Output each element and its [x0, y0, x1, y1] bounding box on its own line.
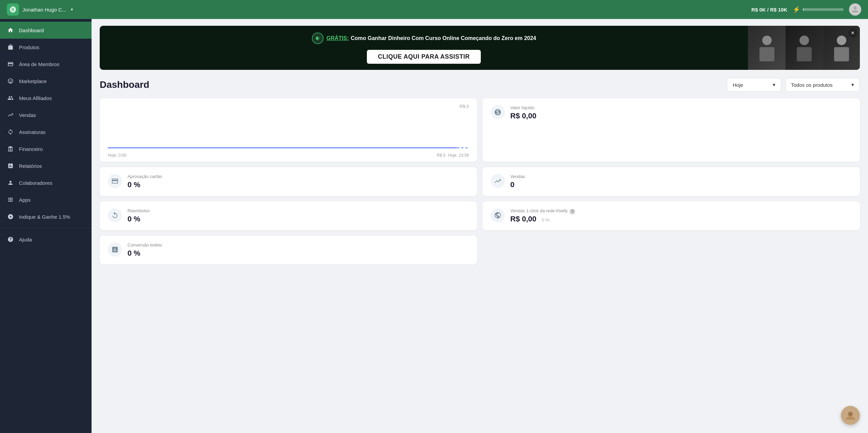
apps-icon: [7, 196, 14, 203]
sidebar-item-area-membros[interactable]: Área de Membros: [0, 56, 92, 73]
sidebar-item-produtos[interactable]: Produtos: [0, 39, 92, 56]
product-filter-chevron-icon: ▾: [851, 82, 854, 88]
sidebar-label-marketplace: Marketplace: [19, 78, 47, 84]
topbar-right: R$ 0K / R$ 10K ⚡: [751, 3, 861, 16]
chart-svg: [108, 122, 469, 150]
metric-card-aprovacao: Aprovação cartão 0 %: [100, 167, 477, 196]
reembolso-label: Reembolso: [127, 208, 150, 213]
person-1: [748, 26, 785, 70]
sidebar-item-ajuda[interactable]: Ajuda: [0, 231, 92, 248]
banner-gratis: GRÁTIS:: [327, 35, 349, 41]
main-content: GRÁTIS: Como Ganhar Dinheiro Com Curso O…: [92, 19, 868, 433]
topbar-left: Jonathan Hugo C... ▾: [7, 3, 73, 16]
sidebar-label-colaboradores: Colaboradores: [19, 180, 52, 186]
chart-time-end: Hoje, 23:59: [448, 153, 469, 158]
chart-bottom-value: R$ 0: [437, 153, 445, 158]
progress-container: ⚡: [793, 6, 844, 13]
conversao-boleto-label: Conversão boleto: [127, 242, 162, 248]
date-filter-label: Hoje: [733, 82, 743, 88]
vendas-metric-icon-wrap: [491, 174, 505, 188]
financeiro-icon: [7, 145, 14, 153]
sidebar-item-indique[interactable]: Indique & Ganhe 1.5%: [0, 208, 92, 225]
svg-point-5: [837, 36, 846, 45]
sidebar-item-relatorios[interactable]: Relatórios: [0, 157, 92, 174]
vendas-1click-label: Vendas 1-click da rede Kiwify: [510, 208, 568, 213]
bolt-icon: ⚡: [793, 6, 800, 13]
sidebar-label-assinaturas: Assinaturas: [19, 129, 45, 135]
username-chevron-icon[interactable]: ▾: [71, 7, 73, 12]
reembolso-icon-wrap: [108, 208, 122, 222]
sidebar-label-financeiro: Financeiro: [19, 146, 43, 152]
metrics-grid: R$ 0 Hoje, 0:00 R$ 0 Hoje, 23:59: [100, 98, 860, 264]
reembolso-value: 0 %: [127, 215, 150, 223]
vendas-icon: [7, 111, 14, 119]
sidebar-item-assinaturas[interactable]: Assinaturas: [0, 123, 92, 140]
vendas-1click-content: Vendas 1-click da rede Kiwify ? R$ 0,00 …: [510, 208, 575, 223]
date-filter-select[interactable]: Hoje ▾: [727, 78, 781, 92]
vendas-1click-value: R$ 0,00: [510, 215, 536, 223]
progress-bar: [803, 8, 844, 11]
product-filter-select[interactable]: Todos os produtos ▾: [785, 78, 860, 92]
sidebar-label-vendas: Vendas: [19, 112, 36, 118]
conversao-boleto-value: 0 %: [127, 249, 162, 258]
filter-row: Hoje ▾ Todos os produtos ▾: [727, 78, 860, 92]
topbar-avatar[interactable]: [849, 3, 861, 16]
sidebar-label-ajuda: Ajuda: [19, 237, 32, 242]
sidebar-label-relatorios: Relatórios: [19, 163, 42, 169]
produtos-icon: [7, 43, 14, 51]
aprovacao-value: 0 %: [127, 180, 162, 189]
topbar: Jonathan Hugo C... ▾ R$ 0K / R$ 10K ⚡: [0, 0, 868, 19]
person-2: [785, 26, 823, 70]
chart-area: [108, 122, 469, 150]
banner-title-inline: Como Ganhar Dinheiro Com Curso Online Co…: [351, 35, 536, 41]
banner-close-button[interactable]: ✕: [848, 28, 857, 37]
valor-liquido-label: Valor líquido: [510, 105, 536, 110]
sidebar-item-dashboard[interactable]: Dashboard: [0, 22, 92, 39]
sidebar-item-colaboradores[interactable]: Colaboradores: [0, 174, 92, 191]
sidebar-item-apps[interactable]: Apps: [0, 191, 92, 208]
sidebar-label-meus-afiliados: Meus Afiliados: [19, 95, 52, 101]
sidebar-item-vendas[interactable]: Vendas: [0, 106, 92, 123]
valor-liquido-value: R$ 0,00: [510, 112, 536, 120]
metric-card-reembolso: Reembolso 0 %: [100, 201, 477, 230]
svg-point-3: [800, 36, 809, 45]
sidebar-label-dashboard: Dashboard: [19, 27, 44, 33]
chart-footer: Hoje, 0:00 R$ 0 Hoje, 23:59: [108, 153, 469, 158]
sidebar-item-meus-afiliados[interactable]: Meus Afiliados: [0, 90, 92, 106]
promotional-banner: GRÁTIS: Como Ganhar Dinheiro Com Curso O…: [100, 26, 860, 70]
sidebar-label-produtos: Produtos: [19, 44, 39, 50]
assinaturas-icon: [7, 128, 14, 136]
reembolso-content: Reembolso 0 %: [127, 208, 150, 223]
valor-liquido-icon-wrap: [491, 105, 505, 119]
username-label: Jonathan Hugo C...: [22, 7, 66, 13]
sidebar-item-financeiro[interactable]: Financeiro: [0, 140, 92, 157]
vendas-metric-label: Vendas: [510, 174, 525, 179]
banner-cta-button[interactable]: CLIQUE AQUI PARA ASSISTIR: [367, 50, 480, 64]
sidebar-item-marketplace[interactable]: Marketplace: [0, 73, 92, 90]
floating-chat-avatar[interactable]: [841, 406, 860, 425]
indique-icon: [7, 213, 14, 220]
svg-rect-4: [797, 47, 812, 61]
vendas-1click-icon-wrap: [491, 208, 505, 222]
vendas-metric-value: 0: [510, 180, 525, 189]
vendas-1click-sub: 0 %: [542, 217, 549, 222]
valor-liquido-content: Valor líquido R$ 0,00: [510, 105, 536, 120]
afiliados-icon: [7, 94, 14, 102]
chart-time-start: Hoje, 0:00: [108, 153, 126, 158]
page-title: Dashboard: [100, 79, 149, 90]
vendas-metric-content: Vendas 0: [510, 174, 525, 189]
svg-point-9: [848, 412, 853, 416]
conversao-boleto-icon-wrap: [108, 242, 122, 257]
date-filter-chevron-icon: ▾: [773, 82, 775, 88]
metric-card-vendas: Vendas 0: [482, 167, 860, 196]
svg-rect-2: [760, 47, 774, 61]
metric-card-vendas-1click: Vendas 1-click da rede Kiwify ? R$ 0,00 …: [482, 201, 860, 230]
metric-card-conversao-boleto: Conversão boleto 0 %: [100, 236, 477, 264]
app-logo: [7, 3, 19, 16]
home-icon: [7, 26, 14, 34]
aprovacao-icon-wrap: [108, 174, 122, 188]
dashboard-header: Dashboard Hoje ▾ Todos os produtos ▾: [100, 78, 860, 92]
relatorios-icon: [7, 162, 14, 170]
metric-card-valor-liquido: Valor líquido R$ 0,00: [482, 98, 860, 162]
balance-label: R$ 0K / R$ 10K: [751, 7, 787, 13]
